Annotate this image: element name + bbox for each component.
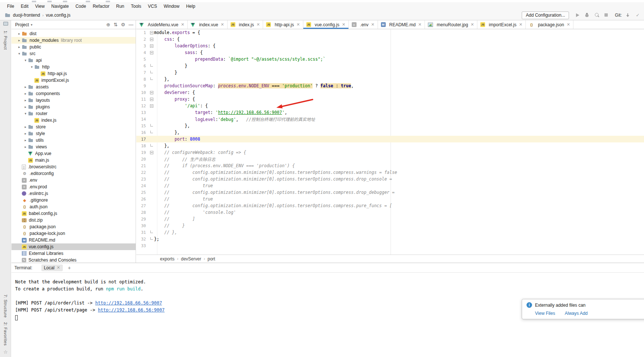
close-icon[interactable]: ✕ (371, 22, 374, 27)
code-line[interactable]: 29 // ] (136, 216, 644, 222)
notification-action-view-files[interactable]: View Files (535, 311, 555, 316)
code-line[interactable]: 33 (136, 242, 644, 249)
tree-item-src[interactable]: ▾src (11, 50, 136, 57)
code-line[interactable]: 28 // 'console.log' (136, 209, 644, 216)
code-line[interactable]: 7 } (136, 69, 644, 76)
code-line[interactable]: 27 // config.optimization.minimizer[0].o… (136, 202, 644, 209)
tree-item-app-vue[interactable]: App.vue (11, 150, 136, 157)
toolwindow-tab-project[interactable]: 1: Project (3, 31, 8, 50)
menu-edit[interactable]: Edit (17, 4, 32, 9)
code-line[interactable]: 22 // config.optimization.minimizer[0].o… (136, 169, 644, 176)
menu-code[interactable]: Code (72, 4, 89, 9)
breadcrumb-devserver[interactable]: devServer (181, 256, 201, 262)
code-line[interactable]: 14 logLevel:'debug', //控制台终端打印代理前的真实地址 (136, 116, 644, 122)
tree-item-babel-config-js[interactable]: babel.config.js (11, 210, 136, 217)
tree-item-package-json[interactable]: package.json (11, 223, 136, 230)
fold-marker-icon[interactable] (149, 38, 154, 41)
terminal-link[interactable]: http://192.168.66.56:9007 (98, 307, 165, 313)
tree-item-importexcel-js[interactable]: importExcel.js (11, 77, 136, 84)
tree-item-browserslistrc[interactable]: .browserslistrc (11, 164, 136, 170)
fold-marker-icon[interactable] (149, 145, 154, 146)
tree-item-editorconfig[interactable]: .editorconfig (11, 170, 136, 177)
tree-item-vue-config-js[interactable]: vue.config.js (11, 243, 136, 250)
code-line[interactable]: 32}; (136, 236, 644, 242)
close-icon[interactable]: ✕ (519, 22, 522, 27)
fold-marker-icon[interactable] (149, 72, 154, 73)
tree-item-utils[interactable]: ▸utils (11, 137, 136, 144)
menu-navigate[interactable]: Navigate (48, 4, 72, 9)
menu-window[interactable]: Window (160, 4, 183, 9)
fold-marker-icon[interactable] (149, 31, 154, 34)
tree-item-main-js[interactable]: main.js (11, 157, 136, 164)
code-line[interactable]: 25 // config.optimization.minimizer[0].o… (136, 189, 644, 196)
tree-item-scratches-and-consoles[interactable]: Scratches and Consoles (11, 257, 136, 263)
code-line[interactable]: 31 // }, (136, 229, 644, 236)
menu-refactor[interactable]: Refactor (89, 4, 113, 9)
close-icon[interactable]: ✕ (57, 265, 60, 270)
tree-item-node-modules[interactable]: ▸node_moduleslibrary root (11, 37, 136, 44)
collapse-all-button[interactable]: ⇅ (113, 22, 117, 27)
tree-item-style[interactable]: ▸style (11, 130, 136, 137)
add-configuration-button[interactable]: Add Configuration... (522, 11, 569, 19)
project-panel-title[interactable]: Project (15, 22, 29, 27)
code-line[interactable]: 8 }, (136, 76, 644, 82)
chevron-down-icon[interactable]: ▾ (29, 65, 34, 69)
tree-item-layouts[interactable]: ▸layouts (11, 97, 136, 104)
code-line[interactable]: 21 // if (process.env.NODE_ENV === 'prod… (136, 162, 644, 169)
menu-vcs[interactable]: VCS (144, 4, 160, 9)
tab-vue-config-js[interactable]: vue.config.js✕ (303, 20, 349, 29)
tree-item-store[interactable]: ▸store (11, 124, 136, 130)
select-opened-file-button[interactable]: ⊕ (106, 22, 110, 27)
fold-marker-icon[interactable] (149, 91, 154, 94)
chevron-down-icon[interactable]: ▾ (23, 58, 28, 62)
code-line[interactable]: 24 // true (136, 182, 644, 189)
code-line[interactable]: 19 // configureWebpack: config => { (136, 149, 644, 156)
tree-item-http-api-js[interactable]: http-api.js (11, 70, 136, 77)
close-icon[interactable]: ✕ (418, 22, 422, 27)
code-line[interactable]: 5 prependData: `@import "~@/assets/scss/… (136, 56, 644, 63)
git-commit-button[interactable]: ✓ (634, 12, 641, 18)
code-line[interactable]: 9 productionSourceMap: process.env.NODE_… (136, 82, 644, 89)
tree-item-api[interactable]: ▾api (11, 57, 136, 64)
chevron-right-icon[interactable]: ▸ (17, 38, 22, 42)
code-line[interactable]: 11 proxy: { (136, 96, 644, 102)
project-toolwindow-icon[interactable] (3, 22, 8, 26)
git-update-button[interactable] (625, 12, 631, 18)
menu-run[interactable]: Run (113, 4, 127, 9)
close-icon[interactable]: ✕ (567, 22, 570, 27)
close-icon[interactable]: ✕ (181, 22, 184, 27)
code-line[interactable]: 13 target: 'http://192.168.66.56:9007', (136, 109, 644, 116)
fold-marker-icon[interactable] (149, 104, 154, 108)
debug-button[interactable] (584, 12, 590, 18)
chevron-right-icon[interactable]: ▸ (23, 98, 28, 102)
close-icon[interactable]: ✕ (296, 22, 300, 27)
code-line[interactable]: 2 css: { (136, 36, 644, 43)
tree-item-index-js[interactable]: index.js (11, 117, 136, 124)
tree-item-package-lock-json[interactable]: package-lock.json (11, 230, 136, 237)
fold-marker-icon[interactable] (149, 78, 154, 80)
breadcrumb-exports[interactable]: exports (160, 256, 174, 262)
fold-marker-icon[interactable] (149, 98, 154, 101)
fold-marker-icon[interactable] (149, 65, 154, 67)
settings-gear-icon[interactable]: ⚙ (121, 22, 125, 27)
new-terminal-button[interactable]: + (68, 265, 71, 271)
tab-importexcel-js[interactable]: importExcel.js✕ (477, 20, 526, 29)
code-line[interactable]: 6 } (136, 63, 644, 69)
code-line[interactable]: 18 }, (136, 142, 644, 149)
tree-item-dist-zip[interactable]: dist.zip (11, 217, 136, 223)
tab-readme-md[interactable]: README.md✕ (378, 20, 425, 29)
code-line[interactable]: 20 // // 生产去除日志 (136, 156, 644, 162)
chevron-right-icon[interactable]: ▸ (23, 125, 28, 129)
fold-marker-icon[interactable] (149, 51, 154, 54)
close-icon[interactable]: ✕ (342, 22, 345, 27)
chevron-right-icon[interactable]: ▸ (17, 32, 22, 36)
chevron-down-icon[interactable]: ▾ (17, 52, 22, 55)
fold-marker-icon[interactable] (149, 125, 154, 127)
code-line[interactable]: 17 port: 8008 (136, 136, 644, 142)
code-line[interactable]: 10 devServer: { (136, 89, 644, 96)
tree-item-readme-md[interactable]: README.md (11, 237, 136, 243)
chevron-right-icon[interactable]: ▸ (23, 138, 28, 142)
tree-item-router[interactable]: ▾router (11, 110, 136, 117)
code-line[interactable]: 1module.exports = { (136, 29, 644, 36)
tab-http-api-js[interactable]: http-api.js✕ (263, 20, 303, 29)
